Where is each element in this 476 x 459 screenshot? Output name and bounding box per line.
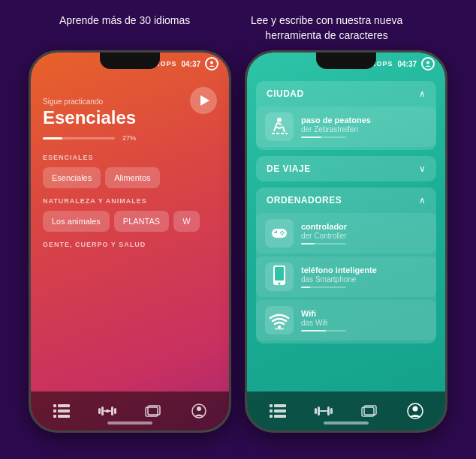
svg-rect-5 [53,415,56,418]
category-de-viaje: DE VIAJE ∨ [256,156,436,182]
nav-profile-icon-left[interactable] [188,400,209,422]
chips-row-naturaleza: Los animales PLANTAS W [43,211,217,232]
chip-plantas[interactable]: PLANTAS [114,211,169,232]
chip-esenciales[interactable]: Esenciales [43,167,101,188]
svg-rect-42 [270,404,273,407]
right-headline: Lee y escribe con nuestra nueva herramie… [236,14,417,43]
paso-peatones-progress [301,136,346,138]
vocab-paso-peatones[interactable]: paso de peatones der Zebrastreifen [256,106,436,147]
svg-rect-2 [58,404,70,407]
svg-rect-46 [270,415,273,418]
svg-rect-45 [274,410,286,412]
controlador-text: controlador der Controller [301,222,347,244]
wifi-progress-fill [301,330,326,332]
headlines-row: Aprende más de 30 idiomas Lee y escribe … [14,0,462,50]
page-wrapper: Aprende más de 30 idiomas Lee y escribe … [14,0,462,433]
svg-rect-52 [330,408,333,414]
category-de-viaje-label: DE VIAJE [267,164,311,174]
svg-rect-6 [58,415,70,418]
sigue-practicando: Sigue practicando [43,98,136,106]
svg-rect-30 [272,229,287,238]
section-esenciales: ESENCIALES Esenciales Alimentos [43,154,217,188]
svg-rect-13 [104,410,111,412]
chip-animales[interactable]: Los animales [43,211,110,232]
svg-rect-43 [274,404,286,407]
svg-point-17 [197,406,201,411]
chevron-down-de-viaje: ∨ [419,164,426,174]
vocab-controlador[interactable]: controlador der Controller [256,213,436,254]
time-right: 04:37 [397,60,417,68]
svg-rect-9 [101,406,104,416]
svg-point-57 [412,406,417,412]
category-ordenadores-label: ORDENADORES [267,195,342,206]
svg-rect-53 [320,410,327,412]
wifi-progress [301,330,346,332]
nav-cards-icon-left[interactable] [143,400,164,422]
wifi-icon [265,306,294,334]
svg-rect-38 [275,267,284,280]
notch-left [100,52,160,69]
left-headline: Aprende más de 30 idiomas [59,14,190,43]
chevron-up-ordenadores: ∧ [419,195,426,206]
left-phone-content: Sigue practicando Esenciales 27% [31,70,229,260]
svg-rect-4 [58,410,70,412]
svg-rect-12 [114,408,116,414]
peatones-icon [265,112,294,141]
section-label-esenciales: ESENCIALES [43,154,217,161]
nav-profile-icon-right[interactable] [405,400,426,422]
category-ciudad: CIUDAD ∧ [256,81,436,150]
svg-rect-28 [281,133,284,134]
chip-cut[interactable]: W [173,211,199,232]
svg-point-18 [426,62,429,64]
svg-line-25 [283,127,285,132]
category-ciudad-header[interactable]: CIUDAD ∧ [256,81,436,106]
svg-point-34 [283,232,285,234]
svg-point-33 [282,231,283,232]
telefono-progress [301,286,346,288]
category-ordenadores: ORDENADORES ∧ [256,188,436,344]
category-ordenadores-header[interactable]: ORDENADORES ∧ [256,188,436,213]
nav-dumbbell-icon-right[interactable] [313,400,334,422]
section-label-gente: GENTE, CUERPO Y SALUD [43,241,217,248]
progress-fill [43,137,62,140]
chip-alimentos[interactable]: Alimentos [105,167,159,188]
svg-point-36 [282,234,283,236]
svg-rect-1 [53,404,56,407]
svg-rect-11 [111,406,113,416]
telefono-icon [265,262,294,291]
nav-list-icon-right[interactable] [267,400,288,422]
svg-rect-51 [327,406,330,416]
svg-line-21 [276,127,279,128]
controlador-icon [265,219,294,248]
home-indicator-right [324,422,369,424]
nav-list-icon-left[interactable] [51,400,72,422]
profile-icon-right [421,57,435,70]
svg-rect-44 [270,410,273,412]
svg-point-39 [279,283,281,285]
svg-line-23 [276,123,277,127]
notch-right [316,52,376,69]
vocab-wifi[interactable]: Wifi das Wifi [256,300,436,340]
wifi-main: Wifi [301,309,346,318]
phones-container: DROPS 04:37 Sigue practicando Esenciales [14,50,462,433]
phone-right: DROPS 04:37 CIUDAD ∧ [245,50,447,433]
svg-line-24 [277,123,282,124]
nav-dumbbell-icon-left[interactable] [97,400,118,422]
section-label-naturaleza: NATURALEZA Y ANIMALES [43,197,217,205]
play-button[interactable] [190,87,217,114]
vocab-telefono[interactable]: teléfono inteligente das Smartphone [256,256,436,297]
category-de-viaje-header[interactable]: DE VIAJE ∨ [256,156,436,182]
progress-bar [43,137,115,140]
paso-peatones-text: paso de peatones der Zebrastreifen [301,116,371,138]
bottom-nav-left [31,392,229,430]
svg-point-35 [280,232,282,234]
progress-text: 27% [122,134,136,142]
svg-point-0 [210,62,213,64]
svg-point-19 [277,118,282,122]
svg-rect-32 [276,231,278,233]
telefono-main: teléfono inteligente [301,266,377,274]
nav-cards-icon-right[interactable] [359,400,380,422]
section-gente: GENTE, CUERPO Y SALUD [43,241,217,248]
category-ciudad-label: CIUDAD [267,88,304,99]
time-left: 04:37 [181,60,200,68]
